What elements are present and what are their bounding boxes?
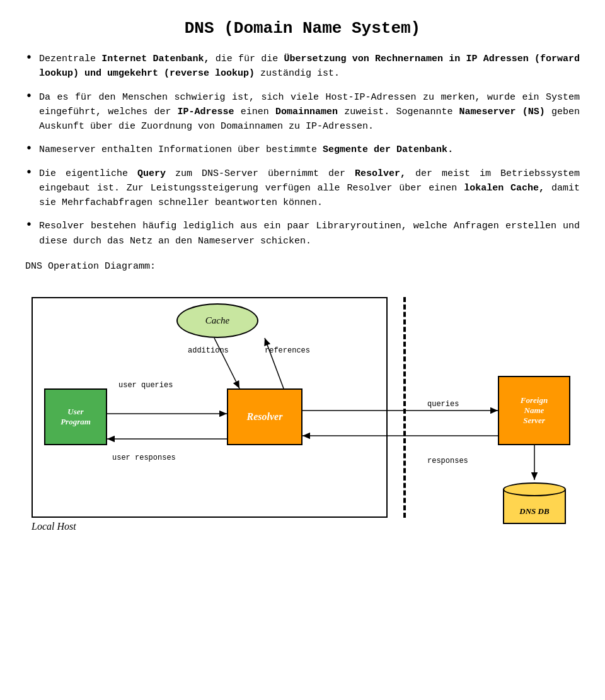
paragraph-3: • Nameserver enthalten Informationen übe… — [25, 143, 580, 157]
cache-node: Cache — [176, 303, 258, 338]
local-host-label: Local Host — [32, 521, 76, 532]
user-queries-label: user queries — [118, 381, 173, 390]
additions-label: additions — [188, 346, 229, 355]
page-title: DNS (Domain Name System) — [25, 19, 580, 38]
paragraph-5: • Resolver bestehen häufig lediglich aus… — [25, 219, 580, 248]
responses-label: responses — [427, 457, 468, 465]
text-5: Resolver bestehen häufig lediglich aus e… — [39, 219, 580, 248]
user-responses-label: user responses — [112, 453, 176, 462]
resolver-label: Resolver — [247, 411, 283, 423]
foreign-name-server-node: ForeignNameServer — [498, 376, 570, 445]
resolver-node: Resolver — [227, 388, 302, 445]
text-3: Nameserver enthalten Informationen über … — [39, 143, 453, 157]
bullet-3: • — [25, 141, 33, 156]
text-4: Die eigentliche Query zum DNS-Server übe… — [39, 166, 580, 211]
user-program-node: UserProgram — [44, 388, 107, 445]
diagram-label: DNS Operation Diagramm: — [25, 261, 580, 272]
dns-db-label: DNS DB — [519, 506, 549, 516]
paragraph-2: • Da es für den Menschen schwierig ist, … — [25, 90, 580, 134]
content-area: • Dezentrale Internet Datenbank, die für… — [25, 52, 580, 248]
bullet-2: • — [25, 89, 33, 103]
references-label: references — [265, 346, 310, 355]
bullet-4: • — [25, 165, 33, 180]
diagram-area: Cache UserProgram Resolver ForeignNameSe… — [25, 278, 592, 543]
text-2: Da es für den Menschen schwierig ist, si… — [39, 90, 580, 134]
bullet-5: • — [25, 218, 33, 232]
queries-label: queries — [427, 400, 459, 409]
paragraph-4: • Die eigentliche Query zum DNS-Server ü… — [25, 166, 580, 211]
bullet-1: • — [25, 50, 33, 65]
dns-db-node: DNS DB — [503, 474, 566, 524]
text-1: Dezentrale Internet Datenbank, die für d… — [39, 52, 580, 81]
paragraph-1: • Dezentrale Internet Datenbank, die für… — [25, 52, 580, 81]
cache-label: Cache — [205, 315, 229, 326]
cylinder-top — [503, 482, 566, 496]
dashed-separator — [403, 297, 406, 518]
